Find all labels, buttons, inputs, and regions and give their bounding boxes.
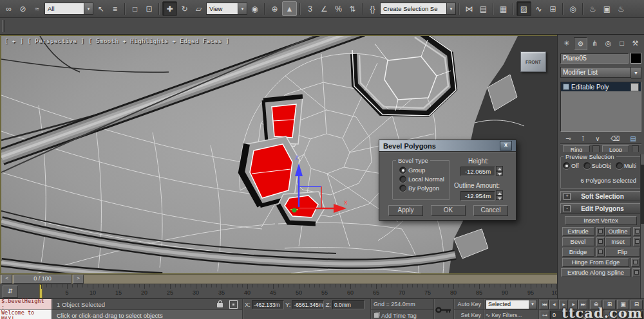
object-color-swatch[interactable] bbox=[630, 53, 641, 64]
apply-button[interactable]: Apply bbox=[388, 205, 423, 216]
extrude-settings-button[interactable] bbox=[596, 227, 605, 236]
named-selection-dropdown[interactable]: Create Selection Se▼ bbox=[380, 3, 456, 15]
bridge-button[interactable]: Bridge bbox=[562, 248, 594, 257]
schematic-view-icon[interactable]: ⊞ bbox=[546, 2, 560, 15]
auto-key-button[interactable]: Auto Key bbox=[454, 299, 484, 310]
selection-set-key-dropdown[interactable]: Selected ▼ bbox=[486, 300, 537, 309]
chevron-down-icon[interactable]: ▼ bbox=[631, 67, 641, 79]
view-cube[interactable]: FRONT bbox=[520, 51, 546, 72]
collapse-icon[interactable]: - bbox=[564, 205, 571, 212]
named-selection-sets-icon[interactable]: {} bbox=[366, 2, 379, 15]
chevron-down-icon[interactable]: ▼ bbox=[84, 3, 93, 14]
hierarchy-tab-icon[interactable]: ⋔ bbox=[589, 37, 601, 49]
outline-amount-field[interactable]: -12.954m bbox=[460, 191, 495, 201]
display-tab-icon[interactable]: □ bbox=[616, 37, 628, 49]
loop-spinner[interactable] bbox=[632, 145, 639, 152]
panel-scrollbar[interactable] bbox=[640, 154, 644, 298]
expand-icon[interactable]: + bbox=[564, 193, 571, 200]
preview-subobj-radio[interactable] bbox=[583, 162, 591, 169]
hinge-from-edge-button[interactable]: Hinge From Edge bbox=[562, 258, 629, 267]
graphite-ribbon-icon[interactable]: ▨ bbox=[516, 1, 531, 16]
rectangular-selection-icon[interactable]: □ bbox=[128, 2, 142, 15]
time-slider-bar[interactable]: < 0 / 100 > bbox=[0, 274, 557, 284]
utilities-tab-icon[interactable]: ⚒ bbox=[629, 37, 641, 49]
curve-editor-icon[interactable]: ∿ bbox=[532, 2, 545, 15]
create-tab-icon[interactable]: ✳ bbox=[560, 37, 573, 49]
cancel-button[interactable]: Cancel bbox=[473, 205, 508, 216]
z-coordinate-field[interactable]: 0.0mm bbox=[332, 300, 365, 309]
extrude-button[interactable]: Extrude bbox=[562, 227, 594, 236]
select-and-manipulate-icon[interactable]: ⊕ bbox=[268, 2, 281, 15]
outline-spinner[interactable] bbox=[496, 190, 503, 200]
bevel-button[interactable]: Bevel bbox=[562, 237, 594, 246]
select-and-move-icon[interactable]: ✚ bbox=[162, 1, 177, 16]
render-setup-icon[interactable]: ♨ bbox=[586, 2, 600, 15]
key-mode-toggle[interactable]: ⊶ bbox=[540, 311, 549, 319]
extrude-along-spline-button[interactable]: Extrude Along Spline bbox=[561, 268, 630, 277]
listener-line-2[interactable]: Welcome to MAX! bbox=[0, 310, 52, 319]
viewport-label[interactable]: [ + ] [ Perspective ] [ Smooth + Highlig… bbox=[5, 38, 229, 44]
use-pivot-center-icon[interactable]: ◉ bbox=[248, 2, 261, 15]
add-time-tag[interactable]: Add Time Tag bbox=[381, 313, 417, 319]
listener-line-1[interactable]: $.bevelHeight : bbox=[0, 299, 52, 310]
select-and-rotate-icon[interactable]: ↻ bbox=[178, 2, 191, 15]
configure-modifier-sets-icon[interactable]: ▤ bbox=[630, 135, 636, 142]
flip-button[interactable]: Flip bbox=[605, 248, 640, 257]
next-frame-arrow[interactable]: > bbox=[73, 275, 84, 284]
soft-selection-rollout[interactable]: + Soft Selection bbox=[560, 191, 641, 201]
inset-button[interactable]: Inset bbox=[605, 237, 631, 246]
x-coordinate-field[interactable]: -462.133m bbox=[252, 300, 284, 309]
preview-multi-radio[interactable] bbox=[616, 162, 623, 169]
maxscript-mini-listener[interactable]: $.bevelHeight : Welcome to MAX! bbox=[0, 299, 52, 319]
ring-spinner[interactable] bbox=[592, 145, 600, 152]
modifier-stack[interactable]: Editable Poly bbox=[560, 82, 641, 132]
chevron-down-icon[interactable]: ▼ bbox=[238, 3, 247, 14]
show-end-result-icon[interactable]: ⊺ bbox=[582, 135, 585, 142]
spinner-snap-icon[interactable]: ⇅ bbox=[346, 2, 359, 15]
height-spinner[interactable] bbox=[496, 166, 503, 176]
time-slider-handle[interactable]: 0 / 100 bbox=[14, 275, 71, 284]
remove-modifier-icon[interactable]: ⌫ bbox=[611, 135, 620, 142]
prev-frame-arrow[interactable]: < bbox=[1, 275, 12, 284]
percent-snap-icon[interactable]: % bbox=[332, 2, 345, 15]
mini-curve-editor-button[interactable]: ⇵ bbox=[3, 286, 18, 298]
set-keys-button[interactable] bbox=[434, 299, 454, 319]
hinge-settings-button[interactable] bbox=[631, 258, 639, 267]
height-field[interactable]: -12.065m bbox=[460, 167, 495, 176]
window-crossing-icon[interactable]: ⊡ bbox=[142, 2, 156, 15]
bevel-type-by-polygon-radio[interactable] bbox=[399, 185, 406, 192]
selection-lock-icon[interactable] bbox=[217, 303, 223, 307]
goto-start-button[interactable]: |◀◀ bbox=[540, 300, 549, 309]
ok-button[interactable]: OK bbox=[431, 205, 466, 216]
bevel-settings-button[interactable] bbox=[596, 237, 605, 246]
edit-polygons-rollout[interactable]: - Edit Polygons bbox=[560, 203, 641, 214]
pin-stack-icon[interactable]: ⊸ bbox=[565, 135, 571, 142]
select-object-icon[interactable]: ↖ bbox=[94, 2, 108, 15]
chevron-down-icon[interactable]: ▼ bbox=[446, 3, 455, 14]
rendered-frame-icon[interactable]: ▣ bbox=[600, 2, 614, 15]
keyboard-override-icon[interactable]: ▲ bbox=[282, 1, 297, 16]
layer-manager-icon[interactable]: ▦ bbox=[497, 2, 510, 15]
insert-vertex-button[interactable]: Insert Vertex bbox=[565, 216, 637, 225]
y-coordinate-field[interactable]: -6561.345m bbox=[292, 300, 324, 309]
absolute-mode-icon[interactable] bbox=[229, 300, 238, 309]
select-by-name-icon[interactable]: ≡ bbox=[108, 2, 122, 15]
align-icon[interactable]: ▤ bbox=[477, 2, 490, 15]
bevel-type-local-normal-radio[interactable] bbox=[399, 176, 406, 183]
make-unique-icon[interactable]: ∨ bbox=[595, 135, 600, 142]
stack-item-editable-poly[interactable]: Editable Poly bbox=[561, 82, 641, 91]
snap-toggle-3d-icon[interactable]: 3 bbox=[303, 2, 317, 15]
outline-button[interactable]: Outline bbox=[605, 227, 631, 236]
loop-button[interactable]: Loop bbox=[602, 145, 629, 152]
close-icon[interactable]: x bbox=[500, 141, 512, 150]
dialog-titlebar[interactable]: Bevel Polygons x bbox=[379, 140, 516, 152]
prev-frame-button[interactable]: ◀| bbox=[549, 300, 558, 309]
modifier-list-dropdown[interactable]: Modifier List bbox=[560, 67, 631, 78]
key-filters-button[interactable]: Key Filters... bbox=[491, 312, 522, 318]
select-and-link-icon[interactable]: ∞ bbox=[2, 2, 15, 15]
preview-off-radio[interactable] bbox=[563, 162, 570, 169]
track-bar[interactable]: ⇵ 51015202530354045505560657075808590951… bbox=[0, 284, 557, 298]
modify-tab-icon[interactable]: ⚙ bbox=[574, 37, 587, 50]
ring-button[interactable]: Ring bbox=[563, 145, 590, 152]
mirror-icon[interactable]: ⋈ bbox=[462, 2, 476, 15]
